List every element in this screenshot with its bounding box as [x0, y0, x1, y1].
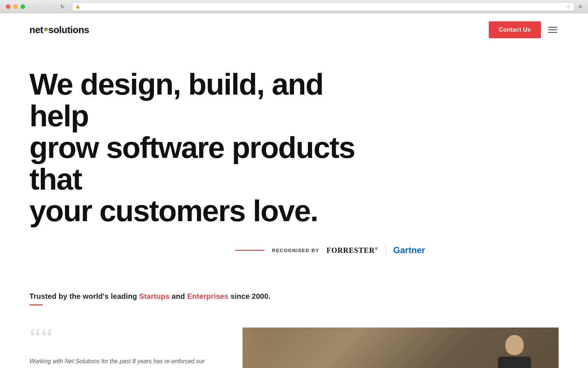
logo[interactable]: net solutions	[29, 24, 89, 36]
forward-button[interactable]: ›	[44, 3, 54, 10]
hero-title-line1: We design, build, and help	[29, 67, 323, 132]
logo-text: net solutions	[29, 24, 89, 36]
forrester-logo: FORRESTER®	[327, 246, 378, 255]
minimize-button[interactable]	[13, 4, 18, 9]
recognition-bar: RECOGNISED BY FORRESTER® Gartner	[29, 245, 559, 255]
back-arrow-icon: ‹	[35, 4, 37, 10]
trust-section: Trusted by the world's leading Startups …	[0, 270, 588, 316]
trust-text: Trusted by the world's leading Startups …	[29, 292, 559, 301]
person-image	[492, 335, 537, 368]
hamburger-line-1	[548, 27, 557, 28]
forrester-super: ®	[375, 246, 378, 251]
website-content: net solutions Contact Us We design, buil…	[0, 13, 588, 368]
refresh-button[interactable]: ↻	[57, 3, 68, 10]
title-bar: ‹ › ↻ 🔒 ☆ ≡	[0, 0, 588, 13]
maximize-button[interactable]	[21, 4, 25, 9]
testimonial-left: ““ Working with Net Solutions for the pa…	[29, 328, 243, 368]
header-right: Contact Us	[489, 21, 559, 38]
bookmark-icon: ☆	[566, 4, 571, 10]
testimonial-text: Working with Net Solutions for the past …	[29, 356, 220, 368]
logo-dot-icon	[44, 28, 48, 31]
traffic-lights	[6, 4, 25, 9]
site-header: net solutions Contact Us	[0, 13, 588, 46]
trust-underline-decoration	[29, 304, 43, 305]
hamburger-line-2	[548, 29, 557, 30]
trust-enterprises: Enterprises	[187, 292, 228, 300]
hero-title: We design, build, and help grow software…	[29, 68, 382, 227]
nav-controls: ‹ › ↻	[31, 3, 68, 10]
hamburger-line-3	[548, 32, 557, 33]
person-body	[498, 357, 531, 368]
back-button[interactable]: ‹	[31, 3, 41, 10]
lock-icon: 🔒	[75, 4, 80, 9]
hero-title-line2: grow software products that	[29, 131, 355, 196]
gartner-logo: Gartner	[393, 245, 425, 255]
close-button[interactable]	[6, 4, 10, 9]
address-bar[interactable]: 🔒 ☆	[72, 2, 574, 11]
hamburger-menu-button[interactable]	[547, 25, 559, 34]
person-head	[505, 335, 524, 355]
contact-us-button[interactable]: Contact Us	[489, 21, 541, 38]
forward-arrow-icon: ›	[49, 4, 50, 10]
recognition-separator	[386, 245, 386, 255]
hero-title-line3: your customers love.	[29, 194, 318, 227]
testimonial-image	[243, 328, 559, 368]
trust-startups: Startups	[139, 292, 170, 300]
browser-window: ‹ › ↻ 🔒 ☆ ≡ net solutions Con	[0, 0, 588, 368]
hero-section: We design, build, and help grow software…	[0, 46, 588, 270]
logo-net: net	[29, 24, 43, 36]
testimonial-section: ““ Working with Net Solutions for the pa…	[0, 316, 588, 368]
refresh-icon: ↻	[60, 4, 65, 10]
recognition-line-decoration	[235, 250, 265, 251]
image-overlay	[243, 328, 272, 368]
logo-solutions: solutions	[49, 24, 89, 36]
recognition-label: RECOGNISED BY	[272, 248, 319, 253]
trust-prefix: Trusted by the world's leading	[29, 292, 139, 300]
trust-middle: and	[170, 292, 187, 300]
trust-suffix: since 2000.	[228, 292, 270, 300]
browser-menu-icon[interactable]: ≡	[579, 3, 582, 10]
forrester-name: FORRESTER	[327, 246, 375, 254]
quote-mark-icon: ““	[29, 328, 220, 349]
